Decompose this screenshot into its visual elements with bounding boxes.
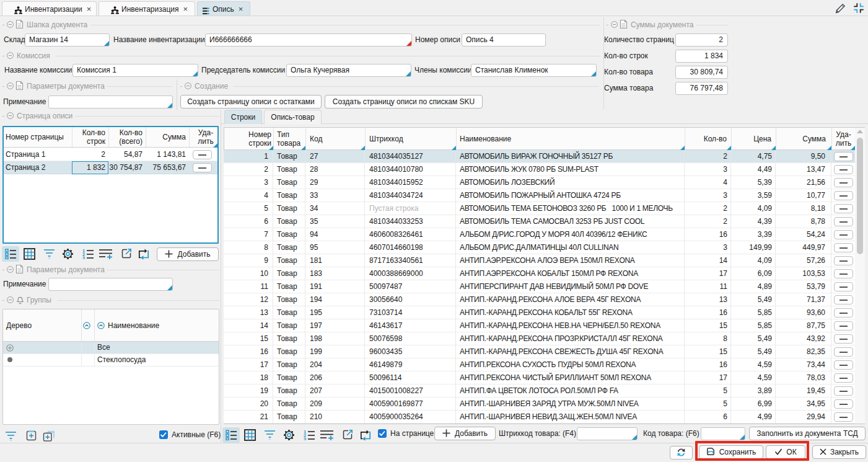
svg-text:3: 3 [82,255,85,260]
svg-text:3: 3 [304,437,306,441]
